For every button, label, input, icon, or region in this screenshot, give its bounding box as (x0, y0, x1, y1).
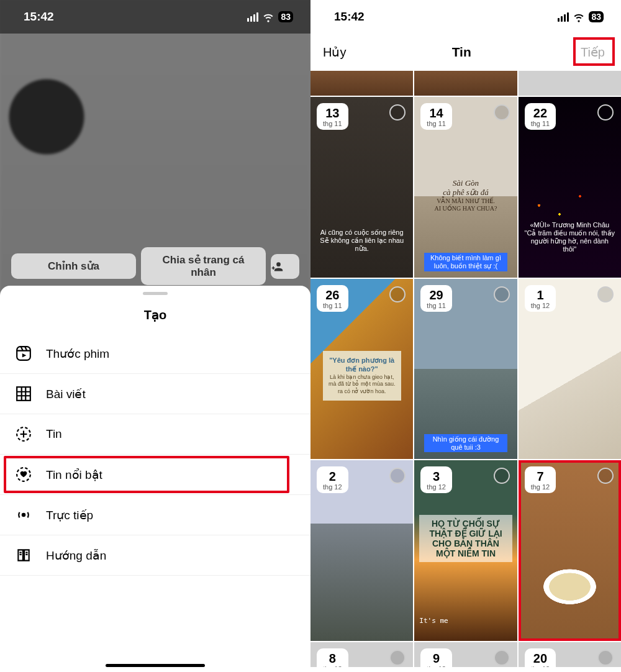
date-badge: 3thg 12 (420, 466, 452, 493)
date-day: 7 (531, 470, 550, 483)
select-circle[interactable] (597, 104, 614, 120)
select-circle[interactable] (597, 468, 614, 484)
left-phone-screenshot: 15:42 83 Chỉnh sửa Chia sẻ trang cá nhân… (0, 0, 310, 672)
date-month: thg 12 (323, 484, 342, 491)
wifi-icon (262, 11, 274, 23)
menu-item-label: Tin nổi bật (46, 468, 102, 482)
select-circle[interactable] (389, 650, 406, 666)
live-icon (15, 506, 32, 524)
status-bar: 15:42 83 (0, 0, 310, 34)
select-circle[interactable] (494, 104, 510, 120)
story-cell[interactable]: 2thg 12 (310, 460, 413, 641)
create-bottom-sheet: Tạo Thước phimBài viếtTinTin nổi bậtTrực… (0, 286, 310, 672)
date-day: 2 (323, 470, 342, 483)
menu-item-label: Trực tiếp (46, 508, 93, 522)
story-cell-partial[interactable] (310, 71, 413, 96)
next-button[interactable]: Tiếp (577, 42, 609, 62)
story-cell[interactable]: 26thg 11"Yêu đơn phương là thế nào?"Là k… (310, 279, 413, 460)
add-person-icon (271, 260, 283, 273)
date-month: thg 12 (531, 666, 550, 667)
add-friend-button[interactable] (271, 254, 299, 279)
date-badge: 9thg 12 (420, 648, 452, 667)
date-badge: 13thg 11 (317, 103, 348, 130)
date-month: thg 12 (531, 484, 550, 491)
menu-item-grid[interactable]: Bài viết (0, 374, 310, 414)
story-cell-partial[interactable] (519, 71, 621, 96)
story-cell-partial[interactable] (414, 71, 517, 96)
battery-badge: 83 (278, 11, 293, 22)
story-cell[interactable]: 1thg 12 (519, 279, 621, 460)
guide-icon (15, 547, 32, 564)
menu-item-live[interactable]: Trực tiếp (0, 495, 310, 535)
reel-icon (15, 345, 32, 362)
right-phone-screenshot: 15:42 83 Hủy Tin Tiếp 13thg 11Ai cũng có… (310, 0, 621, 672)
cellular-icon (558, 12, 569, 22)
date-month: thg 12 (323, 666, 342, 667)
date-day: 8 (323, 652, 342, 665)
menu-item-label: Tin (46, 427, 62, 441)
menu-item-highlight[interactable]: Tin nổi bật (0, 455, 310, 495)
select-circle[interactable] (389, 104, 406, 120)
story-cell[interactable]: 20thg 12 (519, 642, 621, 667)
sheet-handle[interactable] (143, 292, 168, 295)
select-circle[interactable] (389, 468, 406, 484)
menu-item-story[interactable]: Tin (0, 414, 310, 455)
menu-item-label: Thước phim (46, 347, 109, 361)
status-bar: 15:42 83 (310, 0, 621, 34)
date-day: 9 (427, 652, 446, 665)
story-caption: Ai cũng có cuộc sống riêngSẽ không cần l… (315, 229, 408, 253)
story-sign-text: Sài Gòncà phê sữa đáVẪN MÃI NHƯ THẾ.AI U… (425, 178, 507, 212)
date-day: 29 (427, 289, 446, 301)
select-circle[interactable] (494, 468, 510, 484)
select-circle[interactable] (494, 650, 510, 666)
battery-badge: 83 (589, 11, 604, 22)
date-day: 13 (323, 107, 342, 119)
date-badge: 14thg 11 (420, 103, 452, 130)
home-indicator[interactable] (106, 664, 205, 667)
wifi-icon (573, 11, 585, 23)
date-badge: 7thg 12 (525, 466, 556, 493)
date-badge: 20thg 12 (525, 648, 556, 667)
select-circle[interactable] (494, 286, 510, 302)
select-circle[interactable] (597, 650, 614, 666)
date-day: 22 (531, 107, 550, 119)
story-cell[interactable]: 14thg 11Sài Gòncà phê sữa đáVẪN MÃI NHƯ … (414, 97, 517, 278)
story-caption: «MÙI» Trương Minh Châu"Cả trăm điều muốn… (524, 221, 616, 253)
story-cell[interactable]: 9thg 12 (414, 642, 517, 667)
date-badge: 26thg 11 (317, 285, 348, 312)
date-month: thg 11 (427, 302, 446, 309)
edit-profile-button[interactable]: Chỉnh sửa (11, 253, 136, 279)
story-cell[interactable]: 7thg 12 (519, 460, 621, 641)
date-day: 14 (427, 107, 446, 119)
date-badge: 29thg 11 (420, 285, 452, 312)
story-quote: "Yêu đơn phương là thế nào?"Là khi bạn c… (323, 351, 401, 401)
status-time: 15:42 (24, 10, 54, 24)
story-icon (15, 425, 32, 443)
cancel-button[interactable]: Hủy (323, 45, 346, 60)
date-month: thg 12 (427, 484, 446, 491)
share-profile-button[interactable]: Chia sẻ trang cá nhân (141, 247, 266, 285)
menu-item-reel[interactable]: Thước phim (0, 334, 310, 374)
story-cell[interactable]: 8thg 12 (310, 642, 413, 667)
story-cell[interactable]: 29thg 11Nhìn giống cái đường quê tuii :3 (414, 279, 517, 460)
highlight-icon (15, 466, 32, 483)
story-cell[interactable]: 13thg 11Ai cũng có cuộc sống riêngSẽ khô… (310, 97, 413, 278)
story-caption: It's me (419, 617, 512, 625)
date-day: 26 (323, 289, 342, 301)
date-month: thg 11 (427, 120, 446, 127)
date-badge: 2thg 12 (317, 466, 348, 493)
menu-item-guide[interactable]: Hướng dẫn (0, 535, 310, 576)
profile-buttons-row: Chỉnh sửa Chia sẻ trang cá nhân (0, 247, 310, 285)
select-circle[interactable] (389, 286, 406, 302)
date-badge: 8thg 12 (317, 648, 348, 667)
cellular-icon (247, 12, 258, 22)
status-time: 15:42 (334, 10, 365, 24)
story-picker-header: Hủy Tin Tiếp (310, 34, 621, 71)
story-cell[interactable]: 3thg 12HỌ TỪ CHỐI SỰ THẬT ĐỂ GIỮ LẠI CHO… (414, 460, 517, 641)
date-badge: 1thg 12 (525, 285, 556, 312)
date-day: 20 (531, 652, 550, 665)
menu-item-label: Hướng dẫn (46, 548, 106, 563)
story-cell[interactable]: 22thg 11«MÙI» Trương Minh Châu"Cả trăm đ… (519, 97, 621, 278)
story-overlay-title: HỌ TỪ CHỐI SỰ THẬT ĐỂ GIỮ LẠI CHO BẢN TH… (419, 515, 512, 562)
select-circle[interactable] (597, 286, 614, 302)
